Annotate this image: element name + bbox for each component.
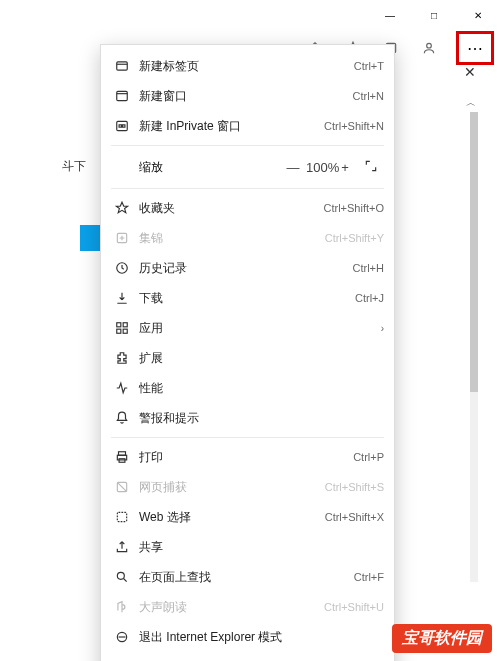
watermark-badge: 宝哥软件园 [392,624,492,653]
svg-rect-3 [117,91,128,100]
page-label: 斗下 [62,158,86,175]
web-select-icon [111,510,133,524]
separator [111,145,384,146]
menu-new-tab[interactable]: 新建标签页Ctrl+T [101,51,394,81]
scrollbar-thumb[interactable] [470,112,478,392]
svg-rect-10 [123,323,127,327]
fullscreen-button[interactable] [358,159,384,176]
new-window-icon [111,89,133,103]
window-titlebar: — □ ✕ [0,0,500,30]
menu-print[interactable]: 打印Ctrl+P [101,442,394,472]
vertical-tab-indicator [80,225,100,251]
read-aloud-icon [111,600,133,614]
download-icon [111,291,133,305]
menu-share[interactable]: 共享 [101,532,394,562]
menu-collections[interactable]: 集锦Ctrl+Shift+Y [101,223,394,253]
menu-apps[interactable]: 应用› [101,313,394,343]
apps-icon [111,321,133,335]
menu-history[interactable]: 历史记录Ctrl+H [101,253,394,283]
print-icon [111,450,133,464]
zoom-label: 缩放 [111,159,163,176]
more-menu-button[interactable]: ⋯ [456,31,494,65]
menu-zoom: 缩放 — 100% + [101,150,394,184]
capture-icon [111,480,133,494]
menu-new-inprivate[interactable]: 新建 InPrivate 窗口Ctrl+Shift+N [101,111,394,141]
scroll-up-icon[interactable]: ︿ [466,96,476,110]
share-icon [111,540,133,554]
svg-rect-5 [119,125,121,127]
search-icon [111,570,133,584]
zoom-value: 100% [306,160,332,175]
svg-rect-2 [117,62,128,70]
inprivate-icon [111,119,133,133]
svg-rect-11 [117,329,121,333]
new-tab-icon [111,59,133,73]
menu-new-window[interactable]: 新建窗口Ctrl+N [101,81,394,111]
maximize-button[interactable]: □ [412,0,456,30]
menu-favorites[interactable]: 收藏夹Ctrl+Shift+O [101,193,394,223]
menu-exit-ie-mode[interactable]: 退出 Internet Explorer 模式 [101,622,394,652]
bell-icon [111,411,133,425]
performance-icon [111,381,133,395]
profile-icon[interactable] [414,33,444,63]
separator [111,188,384,189]
menu-web-capture[interactable]: 网页捕获Ctrl+Shift+S [101,472,394,502]
minimize-button[interactable]: — [368,0,412,30]
zoom-out-button[interactable]: — [280,160,306,175]
star-icon [111,201,133,215]
settings-more-menu: 新建标签页Ctrl+T 新建窗口Ctrl+N 新建 InPrivate 窗口Ct… [100,44,395,661]
extensions-icon [111,351,133,365]
zoom-in-button[interactable]: + [332,160,358,175]
collections-icon [111,231,133,245]
menu-web-select[interactable]: Web 选择Ctrl+Shift+X [101,502,394,532]
menu-alerts[interactable]: 警报和提示 [101,403,394,433]
svg-rect-12 [123,329,127,333]
close-icon[interactable]: ✕ [464,64,476,80]
close-window-button[interactable]: ✕ [456,0,500,30]
menu-extensions[interactable]: 扩展 [101,343,394,373]
svg-point-1 [427,43,432,48]
svg-rect-6 [123,125,125,127]
menu-performance[interactable]: 性能 [101,373,394,403]
svg-rect-9 [117,323,121,327]
menu-more-tools[interactable]: 更多工具› [101,652,394,661]
ie-icon [111,630,133,644]
svg-rect-17 [117,512,126,521]
menu-read-aloud[interactable]: 大声朗读Ctrl+Shift+U [101,592,394,622]
menu-find[interactable]: 在页面上查找Ctrl+F [101,562,394,592]
svg-point-18 [117,572,124,579]
history-icon [111,261,133,275]
menu-downloads[interactable]: 下载Ctrl+J [101,283,394,313]
separator [111,437,384,438]
chevron-right-icon: › [381,323,384,334]
